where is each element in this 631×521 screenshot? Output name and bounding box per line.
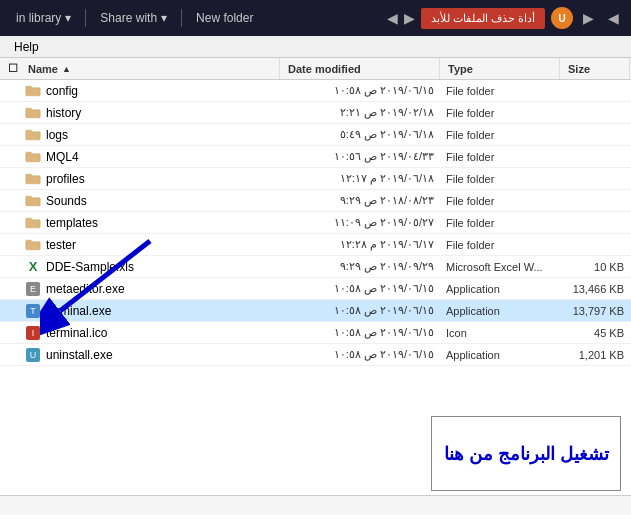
table-row[interactable]: XDDE-Sample.xls٢٠١٩/٠٩/٢٩ ص ٩:٢٩Microsof… <box>0 256 631 278</box>
file-name-cell: templates <box>0 215 280 231</box>
library-button[interactable]: in library ▾ <box>8 9 79 27</box>
table-row[interactable]: tester٢٠١٩/٠٦/١٧ م ١٢:٢٨File folder <box>0 234 631 256</box>
table-row[interactable]: Iterminal.ico٢٠١٩/٠٦/١٥ ص ١٠:٥٨Icon45 KB <box>0 322 631 344</box>
file-date-cell: ٢٠١٩/٠٦/١٨ م ١٢:١٧ <box>280 172 440 185</box>
file-size-cell: 1,201 KB <box>560 349 630 361</box>
file-name-text: terminal.ico <box>46 326 107 340</box>
table-row[interactable]: Sounds٢٠١٨/٠٨/٢٣ ص ٩:٢٩File folder <box>0 190 631 212</box>
file-name-text: terminal.exe <box>46 304 111 318</box>
col-type-header[interactable]: Type <box>440 58 560 79</box>
table-row[interactable]: templates٢٠١٩/٠٥/٢٧ ص ١١:٠٩File folder <box>0 212 631 234</box>
file-type-cell: File folder <box>440 85 560 97</box>
file-date-cell: ٢٠١٩/٠٦/١٥ ص ١٠:٥٨ <box>280 348 440 361</box>
file-date-cell: ٢٠١٩/٠٩/٢٩ ص ٩:٢٩ <box>280 260 440 273</box>
main-window: in library ▾ Share with ▾ New folder ◀ ▶… <box>0 0 631 521</box>
file-type-cell: Icon <box>440 327 560 339</box>
file-type-cell: File folder <box>440 173 560 185</box>
terminal-exe-icon: T <box>25 303 41 319</box>
library-label: in library <box>16 11 61 25</box>
nav-arrow-rtl[interactable]: ◀ <box>604 8 623 28</box>
folder-icon <box>25 171 41 187</box>
file-name-text: Sounds <box>46 194 87 208</box>
file-name-cell: Sounds <box>0 193 280 209</box>
table-row[interactable]: Emetaeditor.exe٢٠١٩/٠٦/١٥ ص ١٠:٥٨Applica… <box>0 278 631 300</box>
file-type-cell: File folder <box>440 239 560 251</box>
col-size-header[interactable]: Size <box>560 58 630 79</box>
folder-icon <box>25 237 41 253</box>
file-date-cell: ٢٠١٩/٠٦/١٧ م ١٢:٢٨ <box>280 238 440 251</box>
file-type-cell: Application <box>440 349 560 361</box>
table-row[interactable]: config٢٠١٩/٠٦/١٥ ص ١٠:٥٨File folder <box>0 80 631 102</box>
file-name-text: history <box>46 106 81 120</box>
file-date-cell: ٢٠١٩/٠٦/١٨ ص ٥:٤٩ <box>280 128 440 141</box>
ico-icon: I <box>25 325 41 341</box>
file-name-cell: logs <box>0 127 280 143</box>
file-name-cell: tester <box>0 237 280 253</box>
sort-arrow: ▲ <box>62 64 71 74</box>
menu-help[interactable]: Help <box>6 38 47 56</box>
header-checkbox-space: ☐ <box>8 62 28 75</box>
file-size-cell: 45 KB <box>560 327 630 339</box>
file-date-cell: ٢٠١٨/٠٨/٢٣ ص ٩:٢٩ <box>280 194 440 207</box>
file-date-cell: ٢٠١٩/٠٦/١٥ ص ١٠:٥٨ <box>280 282 440 295</box>
file-name-cell: Emetaeditor.exe <box>0 281 280 297</box>
file-name-cell: Tterminal.exe <box>0 303 280 319</box>
file-name-cell: config <box>0 83 280 99</box>
nav-arrow-ltr[interactable]: ▶ <box>579 8 598 28</box>
col-date-header[interactable]: Date modified <box>280 58 440 79</box>
file-name-text: logs <box>46 128 68 142</box>
new-folder-label: New folder <box>196 11 253 25</box>
table-row[interactable]: history٢٠١٩/٠٢/١٨ ص ٢:٢١File folder <box>0 102 631 124</box>
file-list: config٢٠١٩/٠٦/١٥ ص ١٠:٥٨File folderhisto… <box>0 80 631 495</box>
file-size-cell: 13,466 KB <box>560 283 630 295</box>
file-type-cell: File folder <box>440 151 560 163</box>
column-header: ☐ Name ▲ Date modified Type Size <box>0 58 631 80</box>
table-row[interactable]: profiles٢٠١٩/٠٦/١٨ م ١٢:١٧File folder <box>0 168 631 190</box>
file-size-cell: 13,797 KB <box>560 305 630 317</box>
folder-icon <box>25 149 41 165</box>
toolbar-arrow-left[interactable]: ◀ <box>387 10 398 26</box>
delete-tool-button[interactable]: أداة حذف الملفات للأبد <box>421 8 545 29</box>
folder-icon <box>25 215 41 231</box>
file-date-cell: ٢٠١٩/٠٤/٣٣ ص ١٠:٥٦ <box>280 150 440 163</box>
exe-icon: E <box>25 281 41 297</box>
file-name-cell: history <box>0 105 280 121</box>
file-name-text: DDE-Sample.xls <box>46 260 134 274</box>
share-chevron: ▾ <box>161 11 167 25</box>
file-date-cell: ٢٠١٩/٠٦/١٥ ص ١٠:٥٨ <box>280 326 440 339</box>
file-type-cell: File folder <box>440 129 560 141</box>
file-type-cell: File folder <box>440 195 560 207</box>
file-type-cell: Application <box>440 283 560 295</box>
user-icon: U <box>551 7 573 29</box>
file-name-text: MQL4 <box>46 150 79 164</box>
delete-tool-label: أداة حذف الملفات للأبد <box>431 12 535 24</box>
file-name-cell: profiles <box>0 171 280 187</box>
file-name-text: profiles <box>46 172 85 186</box>
table-row[interactable]: Tterminal.exe٢٠١٩/٠٦/١٥ ص ١٠:٥٨Applicati… <box>0 300 631 322</box>
file-name-text: templates <box>46 216 98 230</box>
share-with-button[interactable]: Share with ▾ <box>92 7 175 29</box>
col-name-header[interactable]: ☐ Name ▲ <box>0 58 280 79</box>
divider2 <box>181 9 182 27</box>
file-type-cell: Microsoft Excel W... <box>440 261 560 273</box>
share-label: Share with <box>100 11 157 25</box>
folder-icon <box>25 83 41 99</box>
toolbar-right: ◀ ▶ U أداة حذف الملفات للأبد ▶ ◀ <box>387 7 623 29</box>
library-chevron: ▾ <box>65 11 71 25</box>
statusbar <box>0 495 631 515</box>
table-row[interactable]: logs٢٠١٩/٠٦/١٨ ص ٥:٤٩File folder <box>0 124 631 146</box>
file-name-cell: MQL4 <box>0 149 280 165</box>
toolbar: in library ▾ Share with ▾ New folder ◀ ▶… <box>0 0 631 36</box>
toolbar-left: in library ▾ Share with ▾ New folder <box>8 7 383 29</box>
new-folder-button[interactable]: New folder <box>188 7 261 29</box>
file-type-cell: File folder <box>440 217 560 229</box>
file-name-cell: Uuninstall.exe <box>0 347 280 363</box>
file-date-cell: ٢٠١٩/٠٦/١٥ ص ١٠:٥٨ <box>280 84 440 97</box>
file-name-text: uninstall.exe <box>46 348 113 362</box>
file-date-cell: ٢٠١٩/٠٥/٢٧ ص ١١:٠٩ <box>280 216 440 229</box>
file-name-text: tester <box>46 238 76 252</box>
folder-icon <box>25 105 41 121</box>
table-row[interactable]: MQL4٢٠١٩/٠٤/٣٣ ص ١٠:٥٦File folder <box>0 146 631 168</box>
table-row[interactable]: Uuninstall.exe٢٠١٩/٠٦/١٥ ص ١٠:٥٨Applicat… <box>0 344 631 366</box>
toolbar-arrow-right[interactable]: ▶ <box>404 10 415 26</box>
